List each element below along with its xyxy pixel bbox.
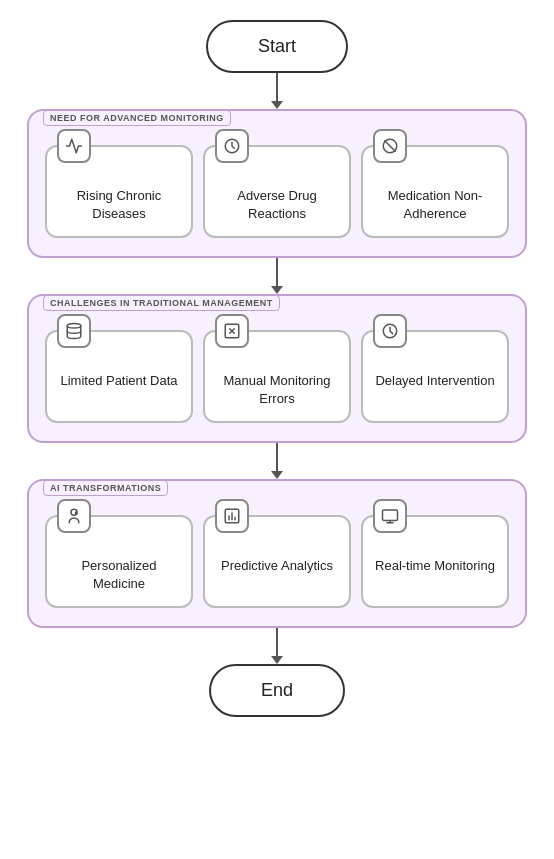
svg-rect-15 — [383, 510, 398, 521]
card-limited-data: Limited Patient Data — [45, 330, 193, 423]
card-manual-monitoring: Manual Monitoring Errors — [203, 330, 351, 423]
card-limited-data-text: Limited Patient Data — [60, 372, 177, 390]
svg-line-2 — [385, 141, 396, 152]
card-adverse-drug-text: Adverse Drug Reactions — [213, 187, 341, 222]
svg-point-3 — [67, 324, 81, 329]
end-pill: End — [209, 664, 345, 717]
card-rising-chronic-text: Rising Chronic Diseases — [55, 187, 183, 222]
card-adverse-drug: Adverse Drug Reactions — [203, 145, 351, 238]
section-label-2: CHALLENGES IN TRADITIONAL MANAGEMENT — [43, 295, 280, 311]
card-manual-monitoring-text: Manual Monitoring Errors — [213, 372, 341, 407]
card-delayed-text: Delayed Intervention — [375, 372, 494, 390]
section-label-3: AI TRANSFORMATIONS — [43, 480, 168, 496]
clock-icon — [373, 314, 407, 348]
section-advanced-monitoring: NEED FOR ADVANCED MONITORING Rising Chro… — [27, 109, 527, 258]
card-predictive-text: Predictive Analytics — [221, 557, 333, 575]
card-realtime: Real-time Monitoring — [361, 515, 509, 608]
x-mark-icon — [215, 314, 249, 348]
person-icon — [57, 499, 91, 533]
cards-row-1: Rising Chronic Diseases Adverse Drug Rea… — [45, 145, 509, 238]
card-medication-text: Medication Non-Adherence — [371, 187, 499, 222]
connector-2 — [271, 258, 283, 294]
cards-row-3: Personalized Medicine Predictive Analyti… — [45, 515, 509, 608]
bar-chart-icon — [215, 499, 249, 533]
start-pill: Start — [206, 20, 348, 73]
activity-icon — [57, 129, 91, 163]
svg-line-10 — [76, 512, 78, 514]
card-rising-chronic: Rising Chronic Diseases — [45, 145, 193, 238]
connector-1 — [271, 73, 283, 109]
connector-3 — [271, 443, 283, 479]
no-symbol-icon — [373, 129, 407, 163]
card-predictive: Predictive Analytics — [203, 515, 351, 608]
section-label-1: NEED FOR ADVANCED MONITORING — [43, 110, 231, 126]
card-medication: Medication Non-Adherence — [361, 145, 509, 238]
monitor-icon — [373, 499, 407, 533]
card-personalized: Personalized Medicine — [45, 515, 193, 608]
cards-row-2: Limited Patient Data Manual Monitoring E… — [45, 330, 509, 423]
section-challenges: CHALLENGES IN TRADITIONAL MANAGEMENT Lim… — [27, 294, 527, 443]
card-personalized-text: Personalized Medicine — [55, 557, 183, 592]
clock-circle-icon — [215, 129, 249, 163]
database-icon — [57, 314, 91, 348]
section-ai: AI TRANSFORMATIONS Personalized Medicine — [27, 479, 527, 628]
card-realtime-text: Real-time Monitoring — [375, 557, 495, 575]
connector-4 — [271, 628, 283, 664]
card-delayed: Delayed Intervention — [361, 330, 509, 423]
